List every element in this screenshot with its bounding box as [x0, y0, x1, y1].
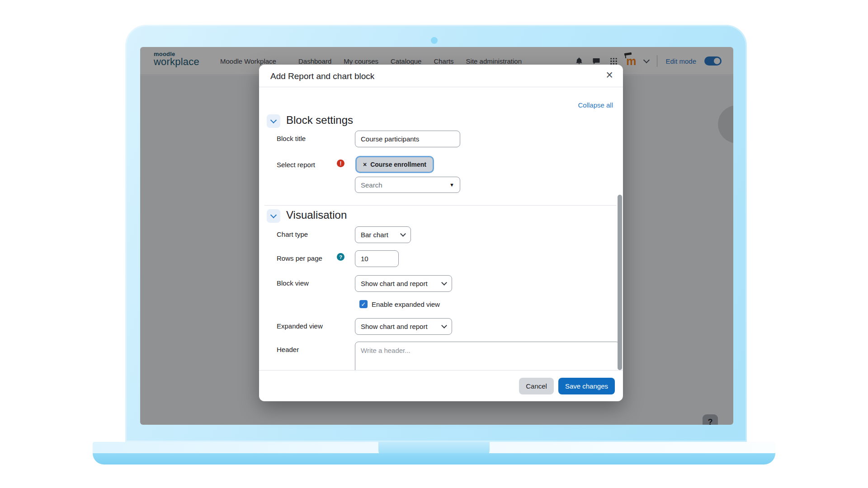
- chevron-down-icon: [400, 231, 406, 237]
- block-view-value: Show chart and report: [361, 280, 428, 287]
- enable-expanded-view-checkbox[interactable]: ✓: [359, 300, 368, 308]
- chart-type-label: Chart type: [277, 230, 308, 238]
- laptop-camera-dot: [431, 37, 438, 44]
- modal-title: Add Report and chart block: [270, 71, 374, 81]
- modal-scrollbar[interactable]: [618, 195, 622, 370]
- laptop-base-bottom: [93, 453, 775, 465]
- expanded-view-label: Expanded view: [277, 322, 323, 330]
- collapse-all-link[interactable]: Collapse all: [578, 101, 613, 109]
- rows-per-page-field-wrap: [355, 250, 399, 267]
- save-changes-button[interactable]: Save changes: [558, 378, 615, 394]
- cancel-button[interactable]: Cancel: [519, 378, 554, 394]
- rows-per-page-input[interactable]: [361, 251, 393, 267]
- required-error-icon: !: [337, 160, 344, 167]
- header-label: Header: [277, 346, 299, 353]
- tag-remove-icon[interactable]: ×: [363, 161, 367, 168]
- select-report-label: Select report: [277, 161, 315, 169]
- header-textarea-wrap: [355, 342, 620, 370]
- visualisation-collapse-button[interactable]: [267, 209, 280, 223]
- block-view-select[interactable]: Show chart and report: [355, 275, 452, 292]
- add-report-chart-block-dialog: Add Report and chart block × Collapse al…: [259, 65, 623, 401]
- chevron-down-icon: [270, 117, 277, 123]
- block-title-label: Block title: [277, 135, 306, 142]
- close-icon[interactable]: ×: [606, 68, 613, 82]
- chevron-down-icon: [441, 280, 447, 286]
- enable-expanded-view-label: Enable expanded view: [372, 300, 440, 308]
- expanded-view-value: Show chart and report: [361, 323, 428, 330]
- rows-per-page-label: Rows per page: [277, 254, 322, 262]
- header-textarea[interactable]: [361, 347, 614, 370]
- block-title-field-wrap: [355, 131, 460, 147]
- block-settings-collapse-button[interactable]: [267, 114, 280, 128]
- section-title-visualisation: Visualisation: [286, 209, 347, 221]
- section-title-block-settings: Block settings: [286, 114, 353, 127]
- selected-report-tag[interactable]: × Course enrollment: [355, 156, 434, 173]
- report-search-select[interactable]: Search ▼: [355, 177, 460, 193]
- help-tooltip-icon[interactable]: ?: [337, 253, 344, 261]
- tag-label: Course enrollment: [370, 161, 426, 168]
- modal-footer: Cancel Save changes: [259, 370, 623, 401]
- chevron-down-icon: [441, 323, 447, 328]
- search-placeholder: Search: [361, 181, 382, 189]
- chevron-down-icon: [270, 212, 277, 218]
- section-divider: [264, 205, 617, 206]
- block-title-input[interactable]: [361, 131, 454, 147]
- modal-header: Add Report and chart block ×: [259, 65, 623, 87]
- dropdown-arrow-icon: ▼: [449, 182, 454, 188]
- chart-type-select[interactable]: Bar chart: [355, 226, 411, 243]
- chart-type-value: Bar chart: [361, 231, 388, 239]
- screenshot-stage: moodle workplace Moodle Workplace Dashbo…: [0, 0, 868, 488]
- modal-body: Collapse all Block settings Block title …: [259, 88, 623, 370]
- block-view-label: Block view: [277, 279, 309, 287]
- expanded-view-select[interactable]: Show chart and report: [355, 318, 452, 335]
